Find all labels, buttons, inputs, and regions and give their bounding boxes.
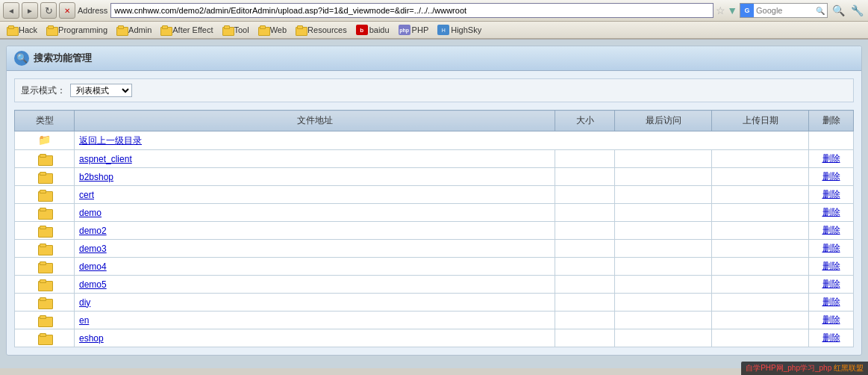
delete-button[interactable]: 删除 xyxy=(822,314,840,325)
panel-icon: 🔍 xyxy=(14,51,29,66)
type-cell xyxy=(15,186,75,204)
size-cell xyxy=(555,240,615,258)
refresh-icon[interactable]: ▼ xyxy=(727,4,737,16)
bookmark-label: Tool xyxy=(234,25,249,34)
delete-cell: 删除 xyxy=(809,240,854,258)
file-link[interactable]: en xyxy=(79,315,89,326)
lastvisit-cell xyxy=(615,329,712,347)
type-cell xyxy=(15,222,75,240)
table-row: cert 删除 xyxy=(15,186,854,204)
address-bar-container: Address xyxy=(78,3,714,18)
address-input[interactable] xyxy=(110,3,714,18)
file-link[interactable]: demo4 xyxy=(79,261,107,272)
file-link[interactable]: cert xyxy=(79,190,94,200)
upload-cell xyxy=(712,222,809,240)
file-link[interactable]: demo3 xyxy=(79,244,107,254)
bookmark-web[interactable]: Web xyxy=(255,24,290,36)
delete-button[interactable]: 删除 xyxy=(822,189,840,199)
folder-icon xyxy=(38,244,51,254)
address-cell: en xyxy=(75,312,555,329)
bookmark-resources[interactable]: Resources xyxy=(292,24,351,36)
table-row: demo2 删除 xyxy=(15,222,854,240)
col-header-size: 大小 xyxy=(555,111,615,131)
stop-button[interactable]: ✕ xyxy=(59,2,75,19)
bookmark-baidu[interactable]: b baidu xyxy=(352,23,393,37)
file-link[interactable]: diy xyxy=(79,297,90,308)
panel-title: 搜索功能管理 xyxy=(34,52,92,65)
file-table: 类型 文件地址 大小 最后访问 上传日期 删除 📁 xyxy=(14,110,854,347)
delete-cell: 删除 xyxy=(809,204,854,222)
lastvisit-cell xyxy=(615,294,712,312)
delete-button[interactable]: 删除 xyxy=(822,261,840,271)
bookmark-php[interactable]: php PHP xyxy=(395,23,433,37)
bookmark-label: Web xyxy=(270,25,287,34)
bookmark-tool[interactable]: Tool xyxy=(219,24,253,36)
upload-cell xyxy=(712,150,809,168)
delete-button[interactable]: 删除 xyxy=(822,279,840,289)
address-cell: aspnet_client xyxy=(75,150,555,168)
delete-button[interactable]: 删除 xyxy=(822,225,840,235)
type-cell xyxy=(15,240,75,258)
tools-button[interactable]: 🔧 xyxy=(849,2,865,19)
delete-cell: 删除 xyxy=(809,276,854,294)
folder-icon xyxy=(38,261,51,272)
google-search-button[interactable]: 🔍 xyxy=(814,4,827,17)
bookmark-after-effect[interactable]: After Effect xyxy=(157,24,216,36)
up-folder-icon: 📁 xyxy=(38,134,51,147)
size-cell xyxy=(555,222,615,240)
delete-button[interactable]: 删除 xyxy=(822,243,840,253)
display-mode-select[interactable]: 列表模式 缩略图模式 xyxy=(70,84,132,97)
panel-header: 🔍 搜索功能管理 xyxy=(7,46,861,71)
delete-cell: 删除 xyxy=(809,329,854,347)
delete-button[interactable]: 删除 xyxy=(822,153,840,164)
address-cell: demo xyxy=(75,204,555,222)
upload-cell xyxy=(712,204,809,222)
refresh-button[interactable]: ↻ xyxy=(40,2,57,19)
file-link[interactable]: eshop xyxy=(79,333,104,344)
forward-button[interactable]: ► xyxy=(22,2,38,19)
folder-icon xyxy=(7,25,17,34)
main-panel: 🔍 搜索功能管理 显示模式： 列表模式 缩略图模式 类型 文件地址 大小 xyxy=(6,46,862,356)
magnifier-tool-button[interactable]: 🔍 xyxy=(830,2,846,19)
table-row: diy 删除 xyxy=(15,294,854,312)
file-link[interactable]: aspnet_client xyxy=(79,154,132,164)
file-link[interactable]: demo xyxy=(79,208,102,218)
type-cell xyxy=(15,312,75,329)
display-mode-label: 显示模式： xyxy=(21,84,66,97)
col-header-type: 类型 xyxy=(15,111,75,131)
size-cell xyxy=(555,186,615,204)
delete-button[interactable]: 删除 xyxy=(822,332,840,343)
back-button[interactable]: ◄ xyxy=(3,2,19,19)
folder-icon xyxy=(38,208,51,218)
upload-cell xyxy=(712,294,809,312)
back-address-cell: 返回上一级目录 xyxy=(75,131,809,150)
bookmark-star-icon[interactable]: ☆ xyxy=(716,4,725,16)
bookmark-highsky[interactable]: H HighSky xyxy=(434,23,485,37)
upload-cell xyxy=(712,258,809,276)
back-link[interactable]: 返回上一级目录 xyxy=(79,135,142,146)
upload-cell xyxy=(712,329,809,347)
bookmark-label: PHP xyxy=(412,25,429,34)
size-cell xyxy=(555,312,615,329)
file-link[interactable]: b2bshop xyxy=(79,172,113,182)
folder-icon xyxy=(222,25,233,34)
type-cell xyxy=(15,276,75,294)
table-row: en 删除 xyxy=(15,312,854,329)
google-input[interactable] xyxy=(754,4,814,17)
bookmark-hack[interactable]: Hack xyxy=(3,24,41,36)
delete-button[interactable]: 删除 xyxy=(822,207,840,217)
table-row: b2bshop 删除 xyxy=(15,168,854,186)
delete-button[interactable]: 删除 xyxy=(822,297,840,307)
delete-button[interactable]: 删除 xyxy=(822,171,840,182)
address-cell: diy xyxy=(75,294,555,312)
highsky-icon: H xyxy=(437,25,449,35)
bookmark-programming[interactable]: Programming xyxy=(43,24,111,36)
col-header-last-visit: 最后访问 xyxy=(615,111,712,131)
back-row: 📁 返回上一级目录 xyxy=(15,131,854,150)
file-link[interactable]: demo2 xyxy=(79,226,107,236)
bookmark-admin[interactable]: Admin xyxy=(113,24,155,36)
type-cell xyxy=(15,150,75,168)
file-link[interactable]: demo5 xyxy=(79,279,107,290)
bookmark-label: Resources xyxy=(307,25,347,34)
folder-icon xyxy=(38,190,51,200)
